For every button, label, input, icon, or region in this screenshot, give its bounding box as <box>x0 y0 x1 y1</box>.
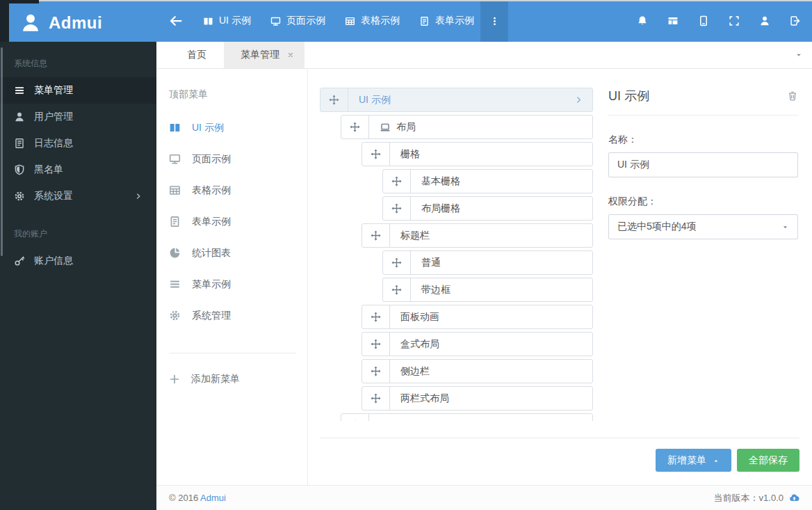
top-edge-line <box>0 0 812 1</box>
move-icon <box>371 339 381 349</box>
corner-shadow-left <box>0 0 9 42</box>
menu-tree: UI 示例布局栅格基本栅格布局栅格标题栏普通带边框面板动画盒式布局侧边栏两栏式布… <box>320 88 593 421</box>
layout-button[interactable] <box>658 0 688 42</box>
tree-row-with-border[interactable]: 带边框 <box>382 278 593 302</box>
tree-row-sidebar[interactable]: 侧边栏 <box>362 359 593 383</box>
menu-item-ui-demo[interactable]: UI 示例 <box>156 112 307 143</box>
drag-handle[interactable] <box>341 414 369 421</box>
tree-row-layout[interactable]: 布局 <box>341 115 593 139</box>
nav-item-label: 表格示例 <box>361 15 400 27</box>
chevron-right-icon <box>134 192 143 200</box>
save-all-button[interactable]: 全部保存 <box>737 449 799 472</box>
tree-row-grid[interactable]: 栅格 <box>362 142 593 166</box>
menu-divider <box>169 353 295 353</box>
tree-row-text: 面板动画 <box>400 311 439 324</box>
menu-item-form-demo[interactable]: 表单示例 <box>156 206 307 237</box>
brand-logo[interactable]: Admui <box>9 3 156 42</box>
log-icon <box>14 138 25 149</box>
arrow-left-icon <box>169 14 183 28</box>
drag-handle[interactable] <box>383 251 411 274</box>
save-all-label: 全部保存 <box>749 454 788 467</box>
menu-item-menu-demo[interactable]: 菜单示例 <box>156 269 307 300</box>
menu-item-label: 系统管理 <box>192 310 231 322</box>
close-icon[interactable] <box>287 51 294 58</box>
drag-handle[interactable] <box>362 224 390 247</box>
tree-row-ui-demo[interactable]: UI 示例 <box>320 88 593 112</box>
add-menu-button[interactable]: 新增菜单 <box>656 449 731 472</box>
navbar-more-button[interactable] <box>480 0 508 42</box>
menu-item-page-demo[interactable]: 页面示例 <box>156 143 307 175</box>
trash-icon[interactable] <box>787 90 798 102</box>
drag-handle[interactable] <box>341 115 369 138</box>
drag-handle[interactable] <box>383 278 411 301</box>
tree-row-text: UI 示例 <box>359 94 391 106</box>
nav-item-page-demo[interactable]: 页面示例 <box>261 0 335 42</box>
drag-handle[interactable] <box>362 143 390 166</box>
tree-row-label: 基本栅格 <box>411 170 592 193</box>
tree-row-text: 盒式布局 <box>400 338 439 351</box>
footer-version: 当前版本：v1.0.0 <box>714 492 799 504</box>
sidebar-item-log-info[interactable]: 日志信息 <box>0 130 156 157</box>
sidebar-item-label: 菜单管理 <box>34 84 73 97</box>
menu-item-charts[interactable]: 统计图表 <box>156 237 307 269</box>
tree-row-clipped-row[interactable] <box>341 413 593 421</box>
menu-item-label: 表单示例 <box>192 216 231 228</box>
drag-handle[interactable] <box>362 333 390 356</box>
move-icon <box>391 257 402 268</box>
tree-row-title-bar[interactable]: 标题栏 <box>362 223 593 248</box>
drag-handle[interactable] <box>362 305 390 328</box>
device-button[interactable] <box>688 0 719 42</box>
move-icon <box>350 122 360 132</box>
footer-brand-link[interactable]: Admui <box>200 493 226 503</box>
sidebar-item-blacklist[interactable]: 黑名单 <box>0 157 156 183</box>
pie-icon <box>169 247 181 259</box>
drag-handle[interactable] <box>362 387 390 410</box>
menu-item-table-demo[interactable]: 表格示例 <box>156 175 307 206</box>
nav-item-form-demo[interactable]: 表单示例 <box>409 0 484 42</box>
tab-menu-management[interactable]: 菜单管理 <box>224 42 304 68</box>
name-input[interactable] <box>608 152 798 177</box>
back-button[interactable] <box>160 0 192 42</box>
drag-handle[interactable] <box>383 170 411 193</box>
menu-column-title: 顶部菜单 <box>169 88 208 101</box>
tree-row-chevron[interactable] <box>574 88 592 111</box>
shield-icon <box>14 164 25 175</box>
sidebar-item-user-management[interactable]: 用户管理 <box>0 104 156 130</box>
tab-list-caret-button[interactable] <box>790 42 808 68</box>
sidebar-item-menu-management[interactable]: 菜单管理 <box>0 77 156 104</box>
nav-item-table-demo[interactable]: 表格示例 <box>335 0 409 42</box>
permissions-field-label: 权限分配： <box>608 196 798 208</box>
user-button[interactable] <box>749 0 780 42</box>
tree-row-panel-animation[interactable]: 面板动画 <box>362 305 593 329</box>
drag-handle[interactable] <box>362 360 390 383</box>
menu-item-system-management[interactable]: 系统管理 <box>156 300 307 331</box>
menu-item-label: 菜单示例 <box>192 278 231 291</box>
sidebar-item-account-info[interactable]: 账户信息 <box>0 248 156 274</box>
drag-handle[interactable] <box>383 197 411 220</box>
columns-icon <box>203 16 213 26</box>
nav-item-ui-demo[interactable]: UI 示例 <box>193 0 261 42</box>
add-new-menu-button[interactable]: 添加新菜单 <box>156 363 307 395</box>
detail-title: UI 示例 <box>608 88 649 104</box>
tree-row-text: 普通 <box>421 257 441 269</box>
notifications-button[interactable] <box>627 0 658 42</box>
columns-icon <box>169 122 181 134</box>
tree-row-box-layout[interactable]: 盒式布局 <box>362 332 593 356</box>
drag-handle[interactable] <box>320 88 348 111</box>
logout-button[interactable] <box>780 0 811 42</box>
top-navbar: Admui UI 示例页面示例表格示例表单示例 <box>0 0 812 42</box>
sidebar-item-system-settings[interactable]: 系统设置 <box>0 183 156 209</box>
move-icon <box>371 312 381 322</box>
tree-row-two-column-layout[interactable]: 两栏式布局 <box>362 386 593 411</box>
sidebar-scrollbar[interactable] <box>1 47 3 256</box>
key-icon <box>14 255 25 266</box>
fullscreen-button[interactable] <box>719 0 749 42</box>
permissions-select[interactable]: 已选中5项中的4项 <box>608 214 798 239</box>
tab-home[interactable]: 首页 <box>170 42 224 68</box>
tree-row-basic-grid[interactable]: 基本栅格 <box>382 169 593 193</box>
tree-row-layout-grid[interactable]: 布局栅格 <box>382 196 593 221</box>
tree-row-normal[interactable]: 普通 <box>382 250 593 275</box>
move-icon <box>391 176 402 186</box>
cloud-upload-icon[interactable] <box>789 493 799 503</box>
caret-down-icon <box>781 223 789 231</box>
